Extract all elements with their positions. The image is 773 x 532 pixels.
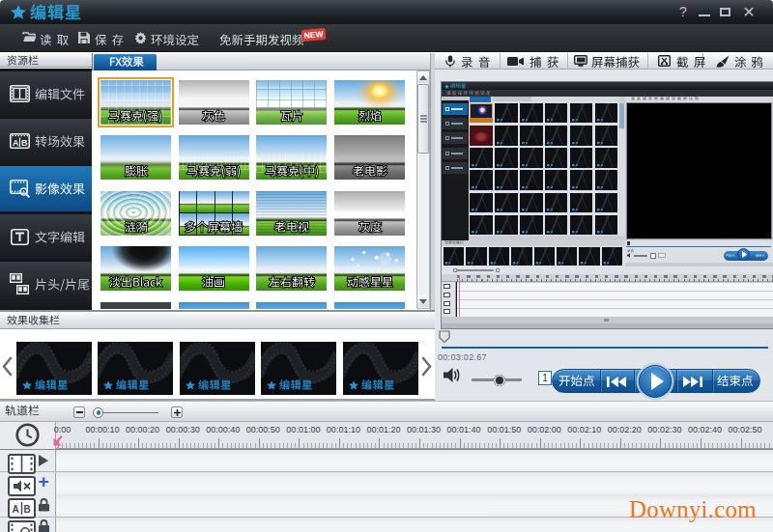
svg-text:B: B	[24, 504, 31, 515]
svg-text:B: B	[21, 138, 28, 148]
svg-text:A: A	[13, 138, 19, 148]
svg-text:A: A	[13, 504, 19, 515]
